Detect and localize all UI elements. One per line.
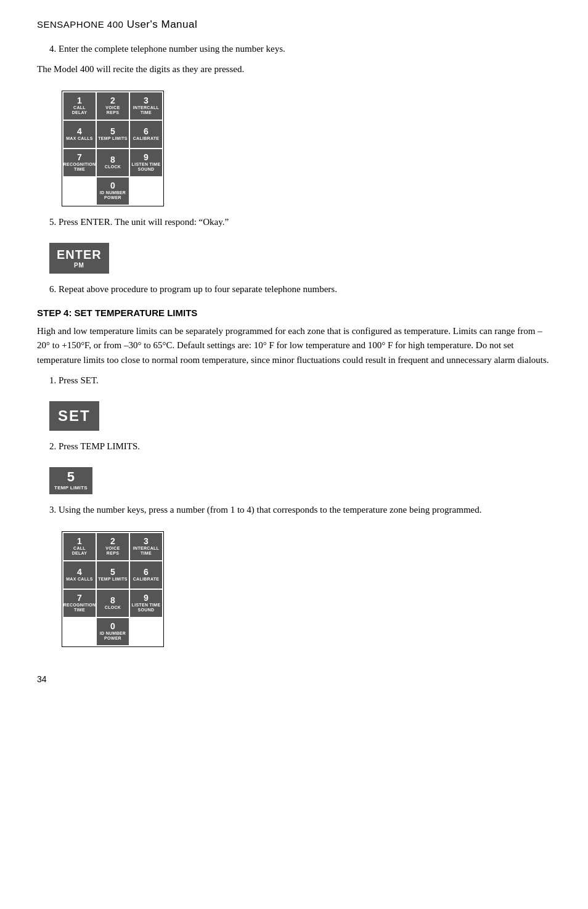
keypad-1: 1 CALLDELAY 2 VOICEREPS 3 INTERCALLTIME … <box>49 83 164 215</box>
step5-text: 5. Press ENTER. The unit will respond: “… <box>49 215 551 229</box>
temp-intro-text: High and low temperature limits can be s… <box>37 324 551 367</box>
step5-prefix: 5. <box>49 217 59 227</box>
brand-name: SENSAPHONE 400 <box>37 19 123 30</box>
press-set-text: 1. Press SET. <box>49 373 551 388</box>
key2-2: 2 VOICEREPS <box>97 533 129 560</box>
step4-prefix: 4. <box>49 44 59 54</box>
key-4: 4 MAX CALLS <box>63 121 96 148</box>
page-number: 34 <box>37 674 551 684</box>
step3-body: Using the number keys, press a number (f… <box>59 505 481 515</box>
keypad-grid-1: 1 CALLDELAY 2 VOICEREPS 3 INTERCALLTIME … <box>62 91 164 206</box>
step4-heading: STEP 4: SET TEMPERATURE LIMITS <box>37 308 551 318</box>
set-key: SET <box>49 401 99 431</box>
key-3: 3 INTERCALLTIME <box>130 92 162 120</box>
key2-6: 6 CALIBRATE <box>130 561 162 589</box>
key-2: 2 VOICEREPS <box>97 92 129 120</box>
keypad-2: 1 CALLDELAY 2 VOICEREPS 3 INTERCALLTIME … <box>49 524 164 656</box>
key-1: 1 CALLDELAY <box>63 92 96 120</box>
step3-prefix: 3. <box>49 505 59 515</box>
model-note: The Model 400 will recite the digits as … <box>37 62 551 76</box>
key-empty-right <box>130 177 162 205</box>
key2-9: 9 LISTEN TIMESOUND <box>130 590 162 617</box>
temp-limits-key: 5 TEMP LIMITS <box>49 467 92 494</box>
key2-0: 0 ID NUMBERPOWER <box>97 618 129 645</box>
press-temp-limits-text: 2. Press TEMP LIMITS. <box>49 439 551 454</box>
step4-intro: 4. Enter the complete telephone number u… <box>49 42 551 56</box>
temp-key-label: TEMP LIMITS <box>54 485 88 491</box>
page-title: SENSAPHONE 400 User's Manual <box>37 18 551 31</box>
press-temp-body: Press TEMP LIMITS. <box>59 441 140 451</box>
key2-8: 8 CLOCK <box>97 590 129 617</box>
key2-3: 3 INTERCALLTIME <box>130 533 162 560</box>
temp-key-number: 5 <box>67 470 75 484</box>
key2-5: 5 TEMP LIMITS <box>97 561 129 589</box>
key2-4: 4 MAX CALLS <box>63 561 96 589</box>
manual-title: User's Manual <box>127 18 198 30</box>
set-label: SET <box>58 407 91 425</box>
key-9: 9 LISTEN TIMESOUND <box>130 149 162 176</box>
step4-text: Enter the complete telephone number usin… <box>59 44 285 54</box>
key-0: 0 ID NUMBERPOWER <box>97 177 129 205</box>
key2-empty-left <box>63 618 96 645</box>
keypad-grid-2: 1 CALLDELAY 2 VOICEREPS 3 INTERCALLTIME … <box>62 531 164 647</box>
step6-text: 6. Repeat above procedure to program up … <box>49 282 551 296</box>
enter-label: ENTER <box>57 248 102 262</box>
enter-key: ENTER PM <box>49 243 109 274</box>
step6-body: Repeat above procedure to program up to … <box>59 284 337 294</box>
key-6: 6 CALIBRATE <box>130 121 162 148</box>
key-7: 7 RECOGNITIONTIME <box>63 149 96 176</box>
step3-text: 3. Using the number keys, press a number… <box>49 503 551 517</box>
key2-1: 1 CALLDELAY <box>63 533 96 560</box>
enter-sub-label: PM <box>74 262 84 269</box>
step6-prefix: 6. <box>49 284 59 294</box>
step5-body: Press ENTER. The unit will respond: “Oka… <box>59 217 229 227</box>
key-empty-left <box>63 177 96 205</box>
key-8: 8 CLOCK <box>97 149 129 176</box>
key2-empty-right <box>130 618 162 645</box>
press-set-body: Press SET. <box>59 375 99 385</box>
key-5: 5 TEMP LIMITS <box>97 121 129 148</box>
press-set-prefix: 1. <box>49 375 59 385</box>
key2-7: 7 RECOGNITIONTIME <box>63 590 96 617</box>
press-temp-prefix: 2. <box>49 441 59 451</box>
